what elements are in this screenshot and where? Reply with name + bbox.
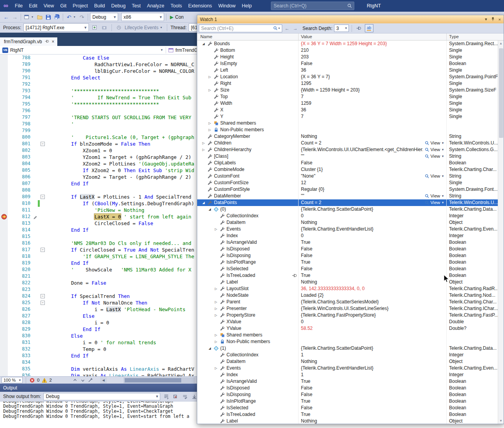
view-button[interactable]: View▼ [423,140,446,146]
watch-row-bounds[interactable]: ◢Bounds{X = 36 Y = 7 Width = 1259 Height… [197,41,498,47]
menu-git[interactable]: Git [57,0,70,12]
watch-row-dataitem[interactable]: DataItemNothingObject [197,358,498,365]
watch-row-1[interactable]: ◢(1){Telerik.Charting.ScatterDataPoint}T… [197,345,498,352]
solution-configuration-combo[interactable]: Debug▼ [90,13,118,21]
pin-tab-icon[interactable] [45,39,49,44]
watch-row-0[interactable]: ◢(0){Telerik.Charting.ScatterDataPoint}T… [197,206,498,213]
expand-icon[interactable]: ▷ [200,146,207,153]
snapshot-icon[interactable] [101,24,108,32]
expand-icon[interactable]: ▷ [207,87,213,93]
collapse-toggle-icon[interactable]: − [41,195,45,199]
watch-row-customfont[interactable]: CustomFont"None"View▼String [197,173,498,180]
watch-value-cell[interactable]: True [299,411,447,418]
scroll-down-icon[interactable]: ▼ [498,418,504,424]
chevron-down-icon[interactable]: ▾ [74,15,77,19]
highlight-matches-icon[interactable]: ab [365,24,373,32]
close-window-icon[interactable]: × [499,17,501,22]
watch-value-cell[interactable]: {Width = 1259 Height = 203} [299,87,447,93]
watch-value-cell[interactable]: 0 [299,213,447,219]
watch-row-isdisposing[interactable]: IsDisposingFalseBoolean [197,252,498,259]
watch-search-box[interactable]: ▾ [199,25,282,32]
watch-row-categorymember[interactable]: CategoryMemberNothingString [197,133,498,140]
menu-debug[interactable]: Debug [108,0,129,12]
watch-row-shared-members[interactable]: ▷Shared members [197,332,498,338]
chevron-down-icon[interactable]: ▾ [32,15,35,19]
watch-row-dataitem[interactable]: DataItemNothingObject [197,219,498,226]
watch-value-cell[interactable]: 7 [299,113,447,120]
watch-row-non-public-members[interactable]: ▷Non-Public members [197,338,498,345]
watch-value-cell[interactable]: ""View▼ [299,193,447,199]
watch-value-cell[interactable]: Count = 2View▼ [299,140,447,146]
watch-value-cell[interactable] [299,332,447,338]
watch-value-cell[interactable]: 36 [299,67,447,74]
scroll-left-icon[interactable]: ◀ [100,377,107,383]
chevron-down-icon[interactable]: ▾ [278,26,282,30]
watch-row-yvalue[interactable]: YValue58.52Double? [197,325,498,332]
watch-value-cell[interactable]: Cluster {1} [299,166,447,173]
horizontal-scrollbar[interactable] [124,377,195,383]
watch-value-cell[interactable]: 210 [299,47,447,54]
open-file-icon[interactable] [36,13,44,21]
menu-test[interactable]: Test [129,0,144,12]
watch-value-cell[interactable]: Nothing [299,358,447,365]
expand-icon[interactable]: ▷ [213,299,219,305]
expand-icon[interactable]: ▷ [213,365,219,372]
watch-row-label[interactable]: LabelNothingObject [197,279,498,285]
watch-value-cell[interactable]: True [299,259,447,266]
watch-row-events[interactable]: ▷Events{Telerik.Charting.EventHandlerLis… [197,226,498,232]
watch-value-cell[interactable]: 203 [299,54,447,60]
watch-row-isdisposed[interactable]: IsDisposedFalseBoolean [197,246,498,252]
expand-icon[interactable]: ▷ [207,127,213,133]
watch-value-cell[interactable]: False [299,405,447,411]
watch-value-cell[interactable]: False [299,266,447,272]
clear-all-icon[interactable] [172,393,179,400]
watch-value-cell[interactable]: 12 [299,180,447,186]
view-button[interactable]: View▼ [423,146,446,153]
watch-row-class[interactable]: [Class]""View▼String [197,153,498,160]
watch-row-datamember[interactable]: DataMember""View▼String [197,193,498,199]
expand-icon[interactable]: ▷ [213,285,219,292]
watch-row-bottom[interactable]: Bottom210Single [197,47,498,54]
watch-value-cell[interactable]: {Telerik.Charting.ScatterDataPoint} [299,206,447,213]
window-position-icon[interactable]: ▾ [485,17,487,22]
watch-row-cliplabels[interactable]: ClipLabelsFalseBoolean [197,160,498,166]
menu-help[interactable]: Help [239,0,255,12]
search-prev-icon[interactable]: ← [284,26,290,31]
output-source-combo[interactable]: Debug▼ [43,393,160,400]
watch-row-combinemode[interactable]: CombineModeCluster {1}Telerik.Charting.C… [197,166,498,173]
collapse-icon[interactable]: ◢ [200,199,207,206]
watch-value-cell[interactable]: 36, 142.33333333333334, 0, 0 [299,285,447,292]
watch-value-cell[interactable]: {Telerik.Charting.ScatterDataPoint} [299,345,447,352]
expand-icon[interactable]: ▷ [213,338,219,345]
watch-row-isarrangevalid[interactable]: IsArrangeValidTrueBoolean [197,239,498,246]
watch-value-cell[interactable]: 7 [299,93,447,100]
watch-row-isdisposed[interactable]: IsDisposedFalseBoolean [197,385,498,391]
column-header-name[interactable]: Name [197,33,299,40]
menu-window[interactable]: Window [215,0,239,12]
expand-icon[interactable]: ▷ [213,312,219,319]
watch-row-shared-members[interactable]: ▷Shared members [197,120,498,127]
redo-icon[interactable]: ↷ [78,13,86,21]
breakpoint-current-statement-icon[interactable] [1,214,7,220]
watch-value-cell[interactable]: {Telerik.Charting.ScatterSeriesModel} [299,299,447,305]
watch-row-isinplotrange[interactable]: IsInPlotRangeTrueBoolean [197,398,498,405]
expand-icon[interactable]: ▷ [213,332,219,338]
watch-row-isdisposing[interactable]: IsDisposingFalseBoolean [197,391,498,398]
word-wrap-icon[interactable] [181,393,188,400]
watch-value-cell[interactable]: False [299,60,447,67]
watch-row-presenter[interactable]: ▷Presenter{Telerik.WinControls.UI.Scatte… [197,305,498,312]
zoom-combo[interactable]: 100 %▼ [2,377,23,383]
menu-project[interactable]: Project [70,0,91,12]
watch-value-cell[interactable]: "None"View▼ [299,173,447,180]
tab-frmtrendgraph[interactable]: frmTrendGraph.vb × [0,37,57,46]
watch-row-y[interactable]: Y7Single [197,113,498,120]
watch-value-cell[interactable]: True [299,272,447,279]
watch-value-cell[interactable]: Nothing [299,279,447,285]
collapse-icon[interactable]: ◢ [200,41,207,47]
quick-search-box[interactable] [271,2,354,10]
watch-row-top[interactable]: Top7Single [197,93,498,100]
watch-row-collectionindex[interactable]: CollectionIndex0Integer [197,213,498,219]
navigate-forward-icon[interactable]: → [11,13,19,21]
watch-value-cell[interactable]: {X = 36 Y = 7} [299,74,447,80]
watch-value-cell[interactable]: 1 [299,352,447,358]
